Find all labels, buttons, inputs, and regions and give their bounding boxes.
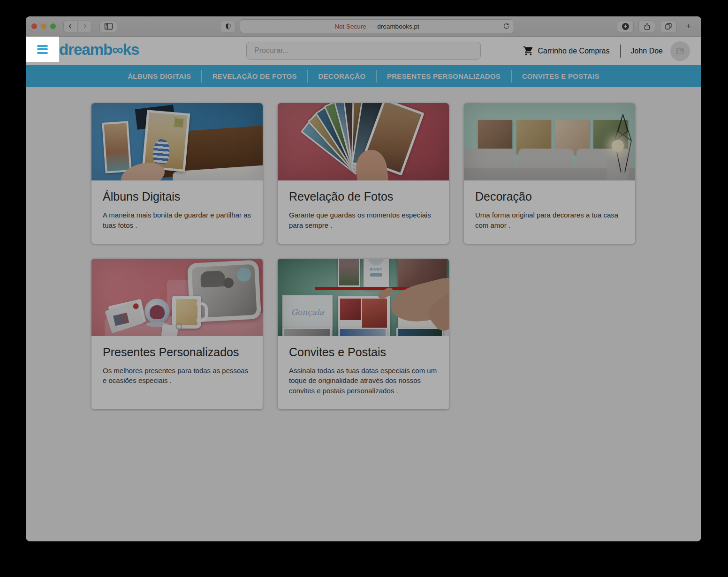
hamburger-icon-bar [37, 48, 48, 50]
hamburger-menu-button[interactable] [26, 37, 59, 62]
hamburger-icon [37, 45, 48, 47]
hamburger-icon-bar [37, 52, 48, 54]
dim-overlay [26, 16, 701, 541]
browser-window: Not Secure — dreambooks.pt + dreamb∞ks [26, 16, 701, 541]
